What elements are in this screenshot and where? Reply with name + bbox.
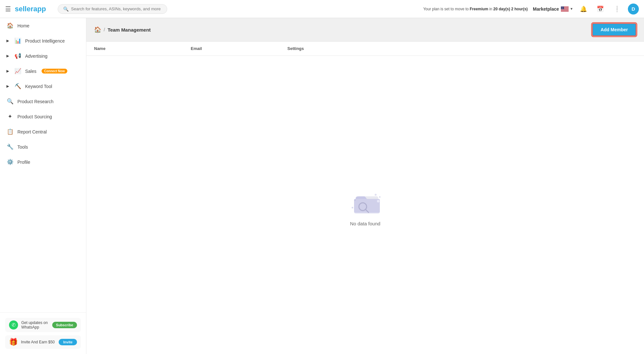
sidebar-item-profile[interactable]: ⚙️ Profile — [0, 154, 86, 170]
svg-rect-11 — [561, 11, 569, 11]
sidebar-item-label-product-sourcing: Product Sourcing — [17, 114, 52, 119]
sidebar-item-product-research[interactable]: 🔍 Product Research — [0, 94, 86, 109]
breadcrumb-separator: / — [104, 27, 105, 32]
expand-arrow-icon: ▶ — [6, 39, 9, 43]
advertising-icon: 📢 — [14, 53, 21, 59]
whatsapp-icon: ✆ — [9, 320, 18, 329]
expand-arrow-icon: ▶ — [6, 54, 9, 58]
profile-icon: ⚙️ — [6, 159, 14, 165]
table-col-name: Name — [94, 46, 191, 51]
invite-text: Invite And Earn $50 — [21, 340, 55, 344]
add-member-button[interactable]: Add Member — [592, 23, 636, 36]
sidebar-item-product-intelligence[interactable]: ▶ 📊 Product Intelligence — [0, 33, 86, 48]
sidebar-item-product-sourcing[interactable]: ✦ Product Sourcing — [0, 109, 86, 124]
invite-button[interactable]: Invite — [59, 339, 77, 345]
no-data-container: No data found — [86, 56, 644, 354]
page-header: 🏠 / Team Management Add Member — [86, 18, 644, 42]
sidebar-item-tools[interactable]: 🔧 Tools — [0, 139, 86, 154]
marketplace-label: Marketplace — [533, 6, 559, 12]
connect-now-badge: Connect Now — [42, 69, 67, 74]
svg-rect-9 — [561, 10, 569, 10]
sales-icon: 📈 — [14, 68, 21, 74]
invite-card: 🎁 Invite And Earn $50 Invite — [5, 335, 81, 349]
no-data-text: No data found — [350, 221, 380, 226]
breadcrumb-home-icon[interactable]: 🏠 — [94, 26, 101, 33]
product-research-icon: 🔍 — [6, 98, 14, 105]
svg-point-26 — [377, 200, 380, 202]
header-left: ☰ sellerapp 🔍 — [5, 4, 167, 14]
sidebar-item-label-product-research: Product Research — [17, 99, 53, 104]
calendar-icon: 📅 — [597, 5, 604, 13]
sidebar-item-label-profile: Profile — [17, 160, 30, 165]
svg-rect-7 — [561, 9, 569, 9]
bell-icon: 🔔 — [580, 5, 587, 13]
sidebar-item-home[interactable]: 🏠 Home — [0, 18, 86, 33]
table-col-email: Email — [191, 46, 287, 51]
sidebar-item-advertising[interactable]: ▶ 📢 Advertising — [0, 48, 86, 64]
sidebar-bottom: ✆ Get updates on WhatsApp Subscribe 🎁 In… — [0, 312, 86, 354]
subscribe-button[interactable]: Subscribe — [52, 322, 77, 328]
home-icon: 🏠 — [6, 22, 14, 29]
main-layout: 🏠 Home ▶ 📊 Product Intelligence ▶ 📢 Adve… — [0, 18, 644, 354]
whatsapp-text: Get updates on WhatsApp — [21, 320, 49, 329]
sidebar-item-label-report-central: Report Central — [17, 129, 47, 134]
header-right: Your plan is set to move to Freemium in … — [423, 3, 639, 15]
product-sourcing-icon: ✦ — [6, 113, 14, 120]
main-content: 🏠 / Team Management Add Member Name Emai… — [86, 18, 644, 354]
sidebar-item-label-product-intelligence: Product Intelligence — [25, 38, 65, 44]
tools-icon: 🔧 — [6, 143, 14, 150]
expand-arrow-icon: ▶ — [6, 69, 9, 73]
sidebar-item-label-tools: Tools — [17, 144, 28, 150]
us-flag-icon: ★★★★★★ ★★★★★ ★★★★★★ ★★★★★ ★★★★★★ — [561, 6, 569, 12]
calendar-button[interactable]: 📅 — [594, 3, 606, 15]
svg-point-25 — [354, 200, 356, 201]
sidebar-item-label-home: Home — [17, 23, 29, 28]
search-input[interactable] — [71, 6, 162, 11]
whatsapp-card: ✆ Get updates on WhatsApp Subscribe — [5, 318, 81, 332]
svg-rect-12 — [561, 11, 569, 11]
keyword-tool-icon: ⛏️ — [14, 83, 21, 90]
notifications-button[interactable]: 🔔 — [578, 3, 589, 15]
gift-icon: 🎁 — [9, 338, 18, 346]
sidebar-item-keyword-tool[interactable]: ▶ ⛏️ Keyword Tool — [0, 79, 86, 94]
svg-point-24 — [375, 194, 377, 196]
sidebar-item-label-keyword-tool: Keyword Tool — [25, 84, 52, 89]
sidebar-item-label-sales: Sales — [25, 69, 36, 74]
table-header-row: Name Email Settings — [86, 42, 644, 56]
user-avatar[interactable]: D — [628, 4, 639, 15]
svg-point-28 — [351, 207, 353, 209]
chevron-down-icon: ▾ — [571, 7, 572, 11]
search-bar: 🔍 — [58, 4, 167, 14]
product-intelligence-icon: 📊 — [14, 37, 21, 44]
expand-arrow-icon: ▶ — [6, 84, 9, 88]
alert-button[interactable]: ❕ — [611, 3, 623, 15]
svg-rect-8 — [561, 9, 569, 10]
plan-notice: Your plan is set to move to Freemium in … — [423, 7, 528, 11]
breadcrumb: 🏠 / Team Management — [94, 26, 151, 33]
breadcrumb-current-page: Team Management — [108, 27, 151, 33]
menu-icon[interactable]: ☰ — [5, 5, 11, 13]
no-data-illustration — [346, 183, 385, 216]
svg-rect-10 — [561, 10, 569, 11]
sidebar-item-label-advertising: Advertising — [25, 54, 47, 59]
team-table: Name Email Settings — [86, 42, 644, 354]
search-icon: 🔍 — [63, 6, 69, 12]
logo-text: sellerapp — [15, 5, 46, 13]
marketplace-selector[interactable]: Marketplace ★★★★★★ ★★★★★ — [533, 6, 572, 12]
sidebar: 🏠 Home ▶ 📊 Product Intelligence ▶ 📢 Adve… — [0, 18, 86, 354]
svg-point-27 — [379, 196, 380, 198]
sidebar-item-sales[interactable]: ▶ 📈 Sales Connect Now — [0, 64, 86, 79]
logo[interactable]: sellerapp — [15, 5, 46, 13]
report-central-icon: 📋 — [6, 128, 14, 135]
app-header: ☰ sellerapp 🔍 Your plan is set to move t… — [0, 0, 644, 18]
sidebar-item-report-central[interactable]: 📋 Report Central — [0, 124, 86, 139]
alert-icon: ❕ — [613, 5, 620, 13]
table-col-settings: Settings — [287, 46, 636, 51]
